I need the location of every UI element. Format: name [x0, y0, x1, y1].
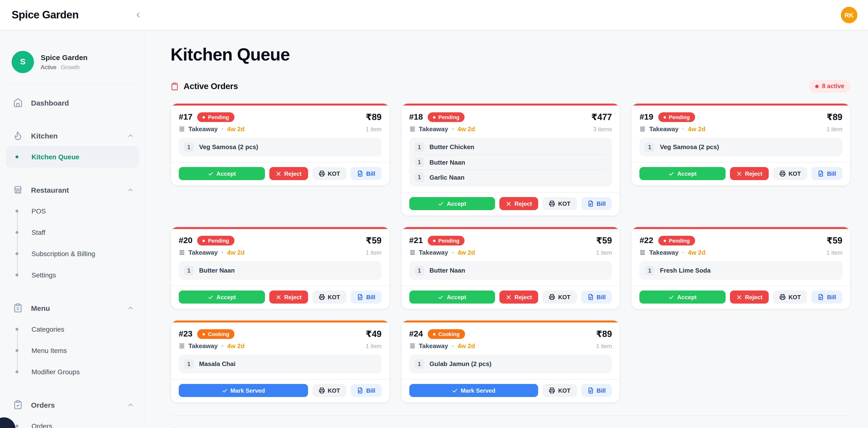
sidebar-item-dashboard[interactable]: Dashboard — [0, 92, 145, 113]
reject-button[interactable]: Reject — [730, 291, 769, 303]
status-dot-icon — [433, 239, 435, 242]
item-qty-badge: 1 — [645, 266, 655, 275]
order-status-label: Cooking — [438, 331, 460, 337]
sidebar-subitem-subscription-billing[interactable]: Subscription & Billing — [6, 243, 139, 264]
order-items-box: 1Masala Chai — [179, 354, 381, 373]
order-status-label: Pending — [208, 114, 229, 120]
accept-button[interactable]: Accept — [640, 291, 725, 303]
mark-served-button[interactable]: Mark Served — [179, 384, 308, 397]
item-qty-badge: 1 — [414, 142, 424, 152]
order-status-pill: Pending — [658, 236, 695, 245]
order-status-label: Pending — [208, 238, 229, 243]
sidebar-collapse-button[interactable] — [132, 8, 145, 22]
kot-button[interactable]: KOT — [543, 384, 577, 397]
bill-button-label: Bill — [596, 294, 606, 300]
accept-button[interactable]: Accept — [640, 167, 725, 180]
top-bar: Spice Garden RK — [0, 0, 868, 31]
bill-button[interactable]: Bill — [812, 291, 842, 303]
reject-button[interactable]: Reject — [500, 291, 538, 303]
bill-button[interactable]: Bill — [581, 197, 612, 210]
order-price: ₹89 — [366, 112, 381, 123]
sidebar-subitem-menu-items[interactable]: Menu Items — [6, 340, 139, 361]
reject-button[interactable]: Reject — [269, 167, 308, 180]
active-orders-title: Active Orders — [184, 81, 238, 91]
separator-dot-icon — [452, 128, 454, 130]
sidebar-subitem-modifier-groups[interactable]: Modifier Groups — [6, 361, 139, 383]
kot-button[interactable]: KOT — [773, 291, 807, 303]
order-status-strip — [171, 104, 389, 105]
item-qty-badge: 1 — [184, 266, 194, 275]
order-channel: Takeaway — [419, 249, 448, 256]
check-icon — [438, 201, 444, 206]
bill-button-label: Bill — [366, 387, 375, 394]
kot-button[interactable]: KOT — [773, 167, 807, 180]
restaurant-name: Spice Garden — [41, 53, 87, 62]
order-lines-icon — [409, 126, 415, 132]
sidebar-subitem-staff[interactable]: Staff — [6, 222, 139, 243]
sidebar-item-orders[interactable]: Orders — [0, 394, 145, 416]
printer-icon — [318, 170, 325, 177]
order-item-row: 1Butter Naan — [414, 155, 607, 169]
sidebar-subitem-categories[interactable]: Categories — [6, 319, 139, 340]
sidebar-subitem-settings[interactable]: Settings — [6, 264, 139, 286]
item-name: Fresh Lime Soda — [660, 267, 711, 274]
accept-button[interactable]: Accept — [179, 291, 265, 303]
order-age: 4w 2d — [688, 125, 706, 133]
user-avatar[interactable]: RK — [841, 7, 857, 23]
sidebar-subitem-label: Staff — [31, 229, 45, 236]
sidebar-item-menu[interactable]: Menu — [0, 297, 145, 319]
order-card-header: #22 Pending ₹59 — [640, 235, 842, 246]
bill-button[interactable]: Bill — [351, 167, 381, 180]
order-actions: AcceptRejectKOTBill — [632, 286, 850, 309]
status-dot-icon — [203, 239, 205, 242]
accept-button[interactable]: Accept — [409, 197, 495, 210]
sidebar-subitem-kitchen-queue[interactable]: Kitchen Queue — [6, 146, 139, 167]
bill-button[interactable]: Bill — [351, 291, 381, 303]
order-meta-row: Takeaway 4w 2d 1 item — [640, 249, 842, 256]
restaurant-status-row: ActiveGrowth — [41, 64, 87, 71]
order-number: #19 — [640, 112, 653, 122]
bill-button[interactable]: Bill — [812, 167, 842, 180]
mark-served-button[interactable]: Mark Served — [409, 384, 538, 397]
kot-button[interactable]: KOT — [312, 384, 346, 397]
sidebar-item-restaurant[interactable]: Restaurant — [0, 179, 145, 200]
order-card-header: #19 Pending ₹89 — [640, 112, 842, 123]
order-channel: Takeaway — [419, 125, 448, 133]
kot-button-label: KOT — [788, 170, 801, 177]
accept-button[interactable]: Accept — [179, 167, 265, 180]
reject-button[interactable]: Reject — [269, 291, 308, 303]
kot-button[interactable]: KOT — [312, 167, 346, 180]
reject-button[interactable]: Reject — [730, 167, 769, 180]
sidebar-subitem-label: Menu Items — [31, 347, 67, 354]
x-icon — [275, 171, 281, 176]
order-item-row: 1Butter Naan — [414, 263, 607, 278]
chevron-up-icon — [127, 186, 134, 193]
app-title: Spice Garden — [11, 9, 79, 21]
order-channel: Takeaway — [188, 125, 218, 133]
printer-icon — [549, 294, 555, 300]
bill-button-label: Bill — [827, 294, 836, 300]
sidebar-item-kitchen[interactable]: Kitchen — [0, 125, 145, 146]
order-items-box: 1Veg Samosa (2 pcs) — [640, 137, 842, 156]
order-actions: AcceptRejectKOTBill — [632, 162, 850, 186]
order-status-pill: Pending — [197, 236, 235, 245]
order-status-label: Cooking — [208, 331, 229, 337]
reject-button[interactable]: Reject — [500, 197, 538, 210]
chevron-up-icon — [127, 401, 134, 408]
x-icon — [506, 201, 512, 206]
bill-button[interactable]: Bill — [581, 384, 612, 397]
store-icon — [13, 185, 23, 195]
kot-button-label: KOT — [328, 294, 340, 300]
bill-button[interactable]: Bill — [351, 384, 381, 397]
bill-button[interactable]: Bill — [581, 291, 612, 303]
kot-button-label: KOT — [788, 294, 801, 300]
kot-button[interactable]: KOT — [312, 291, 346, 303]
kot-button[interactable]: KOT — [543, 291, 577, 303]
accept-button[interactable]: Accept — [409, 291, 495, 303]
order-item-row: 1Fresh Lime Soda — [645, 263, 837, 278]
order-channel: Takeaway — [649, 249, 679, 256]
sidebar-subitem-label: Orders — [31, 422, 52, 428]
kot-button[interactable]: KOT — [543, 197, 577, 210]
sidebar-subitem-pos[interactable]: POS — [6, 200, 139, 222]
sidebar-subitem-orders[interactable]: Orders — [6, 416, 139, 428]
